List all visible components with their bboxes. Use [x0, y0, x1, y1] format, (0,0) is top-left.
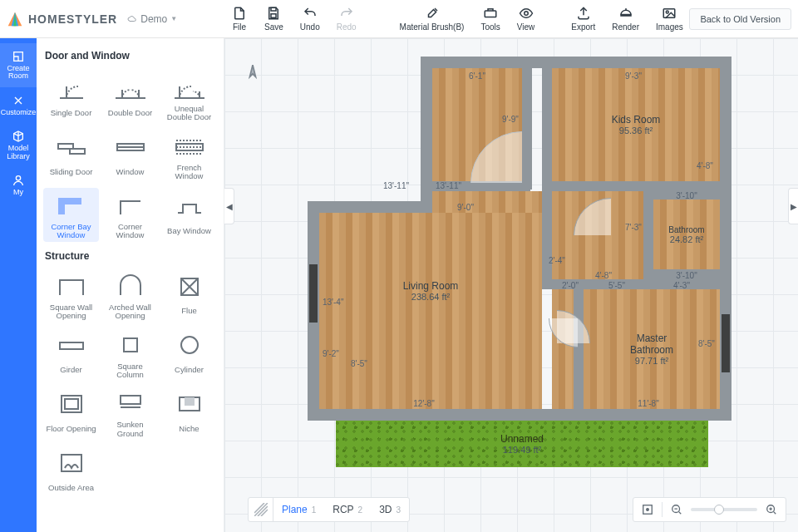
- rail-customize[interactable]: Customize: [0, 87, 37, 123]
- view-plane[interactable]: Plane 1: [273, 498, 324, 521]
- svg-rect-4: [271, 14, 276, 18]
- material-label: Material Brush(B): [400, 22, 465, 32]
- zoom-slider[interactable]: [691, 508, 757, 511]
- canvas[interactable]: ◀ ▶: [224, 38, 798, 532]
- catalog-item-sunken-ground[interactable]: Sunken Ground: [102, 386, 158, 440]
- hatch-icon[interactable]: [249, 498, 273, 521]
- back-to-old-button[interactable]: Back to Old Version: [689, 8, 791, 30]
- redo-button[interactable]: Redo: [337, 6, 357, 32]
- catalog-thumb-icon: [53, 191, 90, 219]
- dim: 13'-11": [436, 181, 461, 190]
- dim: 11'-8": [638, 399, 658, 408]
- save-icon: [265, 6, 282, 21]
- catalog-thumb-icon: [112, 73, 149, 101]
- catalog-item-floor-opening[interactable]: Floor Opening: [43, 386, 99, 440]
- view-plane-key: 1: [312, 505, 317, 515]
- floorplan-icon: [12, 50, 25, 63]
- catalog-item-bay-window[interactable]: Bay Window: [161, 188, 217, 242]
- zoom-out-button[interactable]: [669, 502, 684, 517]
- catalog-item-outside-area[interactable]: Outside Area: [43, 445, 99, 498]
- room-living-upper[interactable]: [432, 191, 542, 213]
- catalog-thumb-icon: [112, 132, 149, 160]
- undo-button[interactable]: Undo: [300, 6, 320, 32]
- top-toolbar: HOMESTYLER Demo ▼ File Save Undo Redo Ma…: [0, 0, 798, 38]
- catalog-thumb-icon: [112, 331, 149, 359]
- catalog-panel: Door and Window Single DoorDouble DoorUn…: [37, 38, 224, 532]
- window-marker: [722, 314, 730, 372]
- export-button[interactable]: Export: [571, 6, 595, 32]
- file-menu[interactable]: File: [231, 6, 248, 32]
- catalog-item-single-door[interactable]: Single Door: [43, 70, 99, 124]
- catalog-item-cylinder[interactable]: Cylinder: [161, 328, 217, 382]
- room-master-label: Master Bathroom97.71 ft²: [618, 332, 686, 366]
- catalog-item-window[interactable]: Window: [102, 129, 158, 183]
- project-dropdown[interactable]: Demo ▼: [127, 13, 177, 25]
- room-living[interactable]: Living Room238.64 ft²: [319, 213, 542, 409]
- view-rcp[interactable]: RCP 2: [324, 498, 371, 521]
- dim: 9'-3": [625, 71, 642, 81]
- collapse-catalog-handle[interactable]: ◀: [224, 188, 234, 224]
- svg-marker-25: [250, 65, 256, 76]
- dim: 12'-8": [413, 399, 434, 408]
- catalog-thumb-icon: [171, 331, 208, 359]
- catalog-item-corner-bay-window[interactable]: Corner Bay Window: [43, 188, 99, 242]
- catalog-item-french-window[interactable]: French Window: [161, 129, 217, 183]
- catalog-item-label: Square Column: [104, 362, 156, 380]
- tools-menu[interactable]: Tools: [480, 6, 500, 32]
- rail-customize-label: Customize: [1, 109, 37, 116]
- catalog-item-square-wall-opening[interactable]: Square Wall Opening: [43, 268, 99, 323]
- catalog-item-square-column[interactable]: Square Column: [102, 328, 158, 382]
- rail-my[interactable]: My: [0, 167, 37, 203]
- room-kids[interactable]: Kids Room95.36 ft²: [552, 68, 720, 181]
- catalog-thumb-icon: [171, 389, 208, 417]
- rail-model-library[interactable]: Model Library: [0, 123, 37, 167]
- svg-rect-23: [185, 397, 195, 406]
- outside-area[interactable]: Unnamed119.49 ft²: [336, 421, 708, 467]
- cloud-icon: [127, 14, 137, 24]
- room-narrow-strip[interactable]: [552, 289, 574, 409]
- view-3d-key: 3: [397, 505, 401, 515]
- save-button[interactable]: Save: [264, 6, 283, 32]
- catalog-item-niche[interactable]: Niche: [161, 386, 217, 440]
- catalog-item-flue[interactable]: Flue: [161, 268, 217, 323]
- dim: 9'-9": [502, 115, 519, 124]
- room-bathroom[interactable]: Bathroom24.82 ft²: [653, 200, 720, 269]
- material-brush-button[interactable]: Material Brush(B): [400, 6, 465, 32]
- svg-point-6: [524, 12, 528, 16]
- room-master-bathroom[interactable]: Master Bathroom97.71 ft²: [584, 289, 720, 409]
- tools-label: Tools: [480, 22, 500, 32]
- catalog-item-double-door[interactable]: Double Door: [102, 70, 158, 124]
- catalog-item-label: Cylinder: [175, 362, 204, 379]
- images-button[interactable]: Images: [656, 6, 683, 32]
- catalog-section-doors: Door and Window: [45, 50, 215, 62]
- catalog-item-girder[interactable]: Girder: [43, 328, 99, 382]
- collapse-right-handle[interactable]: ▶: [788, 188, 798, 224]
- render-button[interactable]: Render: [612, 6, 639, 32]
- catalog-item-corner-window[interactable]: Corner Window: [102, 188, 158, 242]
- zoom-fit-button[interactable]: [640, 502, 655, 517]
- catalog-thumb-icon: [112, 272, 149, 300]
- catalog-item-arched-wall-opening[interactable]: Arched Wall Opening: [102, 268, 158, 323]
- catalog-item-label: Outside Area: [48, 480, 94, 496]
- svg-rect-7: [664, 9, 676, 18]
- rail-create-room[interactable]: Create Room: [0, 43, 37, 87]
- catalog-item-sliding-door[interactable]: Sliding Door: [43, 129, 99, 183]
- floorplan[interactable]: Kids Room95.36 ft² Bathroom24.82 ft² Liv…: [308, 57, 732, 421]
- catalog-thumb-icon: [53, 132, 90, 160]
- view-mode-bar: Plane 1 RCP 2 3D 3: [248, 497, 410, 522]
- catalog-item-unequal-double-door[interactable]: Unequal Double Door: [161, 70, 217, 124]
- zoom-bar: [633, 497, 786, 522]
- view-3d[interactable]: 3D 3: [371, 498, 409, 521]
- file-icon: [231, 6, 248, 21]
- window-marker: [309, 264, 318, 323]
- view-menu[interactable]: View: [517, 6, 535, 32]
- room-bathroom-label: Bathroom24.82 ft²: [668, 225, 704, 244]
- nav-rail: Create Room Customize Model Library My: [0, 38, 37, 532]
- file-label: File: [233, 22, 246, 32]
- zoom-in-button[interactable]: [764, 502, 779, 517]
- catalog-item-label: Sliding Door: [50, 164, 93, 180]
- view-label: View: [517, 22, 535, 32]
- room-living-label: Living Room238.64 ft²: [403, 280, 459, 302]
- images-label: Images: [656, 22, 683, 32]
- render-label: Render: [612, 22, 639, 32]
